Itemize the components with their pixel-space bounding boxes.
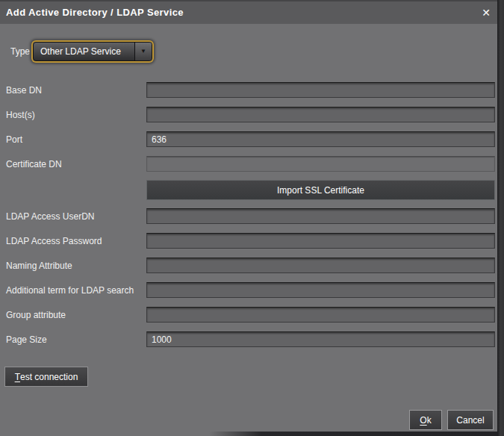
group-attribute-input[interactable] bbox=[146, 307, 495, 323]
field-row-page-size: Page Size bbox=[0, 331, 497, 347]
certificate-dn-label: Certificate DN bbox=[6, 159, 62, 169]
page-size-input[interactable] bbox=[146, 331, 495, 347]
type-select[interactable]: Other LDAP Service ▼ bbox=[33, 42, 152, 61]
dialog-title: Add Active Directory / LDAP Service bbox=[6, 7, 184, 18]
base-dn-input[interactable] bbox=[146, 82, 495, 98]
close-icon[interactable]: ✕ bbox=[479, 5, 494, 20]
ldap-access-password-input[interactable] bbox=[146, 233, 495, 249]
test-connection-mnemonic: T bbox=[15, 372, 20, 382]
chevron-down-icon: ▼ bbox=[140, 49, 146, 54]
port-label: Port bbox=[6, 134, 22, 145]
field-row-base-dn: Base DN bbox=[0, 82, 497, 98]
additional-search-term-input[interactable] bbox=[146, 282, 495, 298]
port-input[interactable] bbox=[146, 131, 495, 147]
field-row-ldap-access-password: LDAP Access Password bbox=[0, 233, 497, 249]
window-bottom-edge bbox=[209, 432, 497, 436]
base-dn-label: Base DN bbox=[6, 85, 42, 96]
dialog-title-bar: Add Active Directory / LDAP Service ✕ bbox=[0, 0, 497, 24]
group-attribute-label: Group attribute bbox=[6, 310, 66, 320]
ldap-access-userdn-label: LDAP Access UserDN bbox=[6, 211, 94, 222]
dropdown-arrow-button[interactable]: ▼ bbox=[134, 43, 152, 60]
ldap-access-password-label: LDAP Access Password bbox=[6, 236, 102, 246]
page-size-label: Page Size bbox=[6, 334, 47, 345]
naming-attribute-input[interactable] bbox=[146, 258, 495, 273]
test-connection-button[interactable]: Test connection bbox=[4, 367, 88, 387]
field-row-certificate-dn: Certificate DN bbox=[0, 156, 497, 172]
field-row-ldap-access-userdn: LDAP Access UserDN bbox=[0, 208, 497, 224]
window-right-edge bbox=[497, 0, 504, 436]
ldap-access-userdn-input[interactable] bbox=[146, 208, 495, 224]
certificate-dn-input[interactable] bbox=[146, 156, 495, 172]
hosts-label: Host(s) bbox=[6, 110, 35, 120]
cancel-button[interactable]: Cancel bbox=[447, 410, 494, 430]
ok-button[interactable]: Ok bbox=[409, 410, 442, 430]
add-ldap-service-dialog: Add Active Directory / LDAP Service ✕ Ty… bbox=[0, 0, 504, 436]
field-row-port: Port bbox=[0, 131, 497, 147]
type-select-value: Other LDAP Service bbox=[40, 46, 121, 57]
ok-label: k bbox=[427, 415, 432, 426]
hosts-input[interactable] bbox=[146, 107, 495, 122]
field-row-hosts: Host(s) bbox=[0, 107, 497, 122]
field-row-naming-attribute: Naming Attribute bbox=[0, 258, 497, 273]
ok-mnemonic: O bbox=[420, 415, 426, 426]
type-label: Type bbox=[10, 46, 30, 57]
additional-search-term-label: Additional term for LDAP search bbox=[6, 285, 134, 296]
naming-attribute-label: Naming Attribute bbox=[6, 261, 72, 271]
test-connection-label: est connection bbox=[20, 372, 78, 382]
import-ssl-certificate-button[interactable]: Import SSL Certificate bbox=[146, 180, 495, 200]
field-row-additional-search-term: Additional term for LDAP search bbox=[0, 282, 497, 298]
field-row-group-attribute: Group attribute bbox=[0, 307, 497, 323]
